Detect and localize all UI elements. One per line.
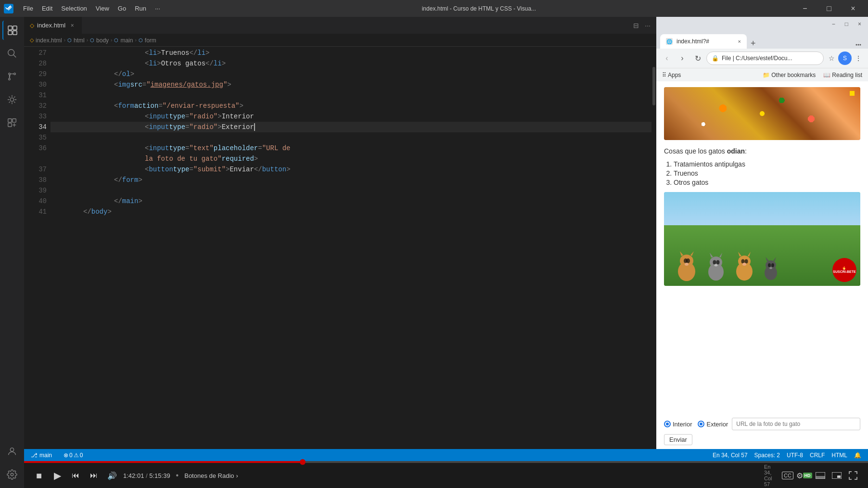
svg-marker-23 xyxy=(680,251,683,256)
browser-favicon: 🌐 xyxy=(666,38,673,45)
breadcrumb-main[interactable]: ⬡ main xyxy=(114,37,133,44)
cats-hate-title: Cosas que los gatos odian: xyxy=(664,146,860,156)
svg-point-26 xyxy=(686,258,690,263)
volume-button[interactable]: 🔊 xyxy=(105,468,119,483)
video-theater-button[interactable] xyxy=(813,468,828,483)
scrollbar-track[interactable] xyxy=(651,47,656,449)
activity-explorer-icon[interactable] xyxy=(2,21,22,40)
activity-settings-icon[interactable] xyxy=(2,465,22,484)
status-line-ending[interactable]: CRLF xyxy=(807,449,828,461)
more-actions-button[interactable]: ··· xyxy=(643,21,652,30)
skip-back-button[interactable]: ⏮ xyxy=(68,468,83,483)
activity-bar-bottom xyxy=(2,442,22,484)
chapter-text: Botones de Radio xyxy=(184,472,234,479)
video-progress-bar[interactable] xyxy=(24,461,868,463)
url-input-field[interactable] xyxy=(732,418,860,430)
video-progress-thumb[interactable] xyxy=(300,459,306,465)
list-item-1: Tratamientos antipulgas xyxy=(674,160,860,168)
breadcrumb-sep-2: › xyxy=(87,38,88,43)
browser-close-btn[interactable]: × xyxy=(855,20,864,28)
svg-marker-37 xyxy=(738,252,741,257)
browser-more-btn[interactable]: ⋮ xyxy=(853,52,864,64)
code-editor[interactable]: 27 28 29 30 31 32 33 34 35 36 · 37 38 39 xyxy=(24,47,656,449)
bookmark-apps[interactable]: ⠿ Apps xyxy=(660,71,683,79)
status-spaces[interactable]: Spaces: 2 xyxy=(752,449,783,461)
line-num-38: 38 xyxy=(28,175,47,185)
activity-account-icon[interactable] xyxy=(2,442,22,461)
browser-refresh-btn[interactable]: ↻ xyxy=(691,51,704,65)
chapter-next-icon[interactable]: › xyxy=(236,472,238,479)
status-notification-bell[interactable]: 🔔 xyxy=(851,449,864,461)
play-pause-button[interactable]: ▶ xyxy=(50,468,64,483)
browser-tab-close-btn[interactable]: × xyxy=(738,39,741,44)
line-num-29: 29 xyxy=(28,69,47,79)
menu-run[interactable]: Run xyxy=(131,3,150,14)
video-settings-button[interactable]: ⚙ HD xyxy=(797,468,811,483)
status-language[interactable]: HTML xyxy=(829,449,850,461)
current-time: 1:42:01 / 5:15:39 xyxy=(123,472,170,479)
breadcrumb-body[interactable]: ⬡ body xyxy=(90,37,109,44)
status-position[interactable]: En 34, Col 57 xyxy=(710,449,751,461)
line-num-36b: · xyxy=(28,154,47,164)
svg-rect-52 xyxy=(837,475,841,478)
close-button[interactable]: × xyxy=(842,0,864,17)
enviar-button[interactable]: Enviar xyxy=(664,434,692,445)
radio-exterior-dot[interactable] xyxy=(698,421,704,427)
minimize-button[interactable]: − xyxy=(794,0,816,17)
list-item-2: Truenos xyxy=(674,169,860,177)
maximize-button[interactable]: □ xyxy=(818,0,840,17)
menu-more[interactable]: ··· xyxy=(151,3,164,14)
split-editor-button[interactable]: ⊟ xyxy=(631,21,641,30)
breadcrumb-file[interactable]: ◇ index.html xyxy=(30,37,62,44)
browser-profile-btn[interactable]: S xyxy=(838,51,852,65)
branch-name: main xyxy=(39,452,52,459)
browser-star-btn[interactable]: ☆ xyxy=(826,52,837,64)
bookmark-other[interactable]: 📁 Other bookmarks xyxy=(761,71,817,79)
tab-close-button[interactable]: × xyxy=(68,22,76,29)
svg-marker-44 xyxy=(766,257,769,261)
bookmark-reading[interactable]: 📖 Reading list xyxy=(821,71,864,79)
status-encoding[interactable]: UTF-8 xyxy=(784,449,806,461)
code-line-31 xyxy=(51,90,651,101)
browser-tab-title: index.html?# xyxy=(677,38,709,45)
browser-back-btn[interactable]: ‹ xyxy=(660,51,674,65)
menu-view[interactable]: View xyxy=(92,3,113,14)
radio-exterior-item[interactable]: Exterior xyxy=(698,421,728,428)
activity-debug-icon[interactable] xyxy=(2,90,22,109)
status-branch[interactable]: ⎇ main xyxy=(28,449,55,461)
browser-new-tab-btn[interactable]: + xyxy=(747,39,760,49)
stop-button[interactable]: ■ xyxy=(32,468,46,483)
address-bar[interactable]: 🔒 File | C:/Users/estef/Docu... xyxy=(706,51,824,65)
video-cc-button[interactable]: CC xyxy=(780,468,795,483)
browser-form: Interior Exterior xyxy=(656,414,868,432)
svg-point-47 xyxy=(771,263,774,267)
encoding-text: UTF-8 xyxy=(787,452,803,459)
video-fullscreen-button[interactable] xyxy=(846,468,860,483)
activity-search-icon[interactable] xyxy=(2,44,22,63)
svg-line-5 xyxy=(13,55,16,58)
browser-restore-btn[interactable]: □ xyxy=(842,20,851,28)
radio-interior-item[interactable]: Interior xyxy=(664,421,692,428)
breadcrumb-html[interactable]: ⬡ html xyxy=(67,37,85,44)
browser-minimize-btn[interactable]: − xyxy=(829,20,838,28)
active-tab[interactable]: ◇ index.html × xyxy=(24,17,82,34)
menu-selection[interactable]: Selection xyxy=(57,3,90,14)
activity-extensions-icon[interactable] xyxy=(2,113,22,132)
activity-git-icon[interactable] xyxy=(2,67,22,86)
menu-go[interactable]: Go xyxy=(114,3,130,14)
code-content[interactable]: <li>Truenos</li> <li>Otros gatos</li> </… xyxy=(51,47,651,449)
video-miniplayer-button[interactable] xyxy=(830,468,844,483)
radio-interior-dot[interactable] xyxy=(664,421,671,427)
menu-edit[interactable]: Edit xyxy=(38,3,56,14)
browser-forward-btn[interactable]: › xyxy=(676,51,689,65)
skip-forward-button[interactable]: ⏭ xyxy=(87,468,101,483)
address-text: File | C:/Users/estef/Docu... xyxy=(722,55,818,62)
status-errors[interactable]: ⊗ 0 ⚠ 0 xyxy=(61,449,86,461)
browser-active-tab[interactable]: 🌐 index.html?# × xyxy=(660,34,747,49)
scrollbar-thumb[interactable] xyxy=(652,67,655,105)
bookmark-reading-label: Reading list xyxy=(832,72,862,78)
svg-marker-45 xyxy=(773,257,776,261)
breadcrumb-form[interactable]: ⬡ form xyxy=(139,37,156,44)
bookmarks-bar: ⠿ Apps 📁 Other bookmarks 📖 Reading list xyxy=(656,68,868,81)
menu-file[interactable]: File xyxy=(19,3,37,14)
